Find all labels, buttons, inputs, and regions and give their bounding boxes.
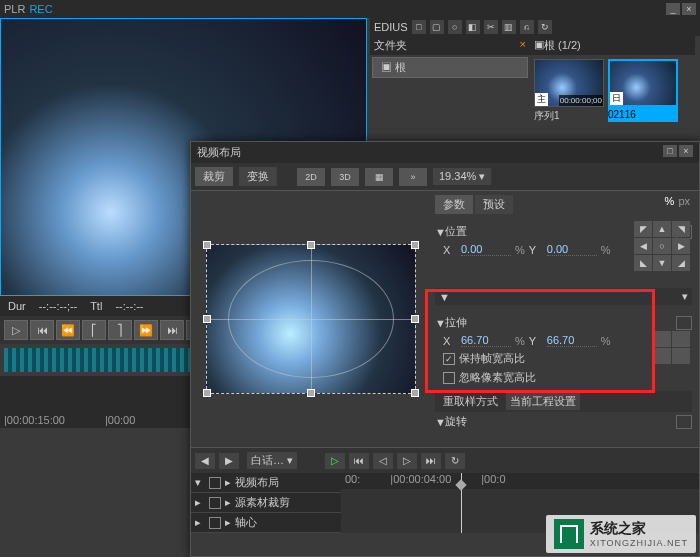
- fit-button[interactable]: [672, 348, 690, 364]
- folder-tab[interactable]: 文件夹: [374, 38, 407, 53]
- track-enable-checkbox[interactable]: [209, 477, 221, 489]
- crop-handle[interactable]: [203, 389, 211, 397]
- tool-icon[interactable]: ↻: [538, 20, 552, 34]
- keep-aspect-checkbox[interactable]: [443, 353, 455, 365]
- rew-button[interactable]: ⏪: [56, 320, 80, 340]
- tool-icon[interactable]: ▥: [502, 20, 516, 34]
- nudge-e[interactable]: ▶: [672, 238, 690, 254]
- nudge-ne[interactable]: ◥: [672, 221, 690, 237]
- keyframe-toggle[interactable]: [676, 415, 692, 429]
- fit-button[interactable]: [653, 331, 671, 347]
- mode-3d-button[interactable]: 3D: [331, 168, 359, 186]
- chevron-right-icon[interactable]: »: [399, 168, 427, 186]
- tab-preset[interactable]: 预设: [475, 195, 513, 214]
- close-icon[interactable]: ×: [679, 145, 693, 157]
- next-button[interactable]: ⏭: [160, 320, 184, 340]
- nudge-n[interactable]: ▲: [653, 221, 671, 237]
- guide-toggle-icon[interactable]: ▦: [365, 168, 393, 186]
- tool-icon[interactable]: ◧: [466, 20, 480, 34]
- nudge-w[interactable]: ◀: [634, 238, 652, 254]
- bin-tab[interactable]: 根 (1/2): [544, 38, 581, 53]
- goto-end-button[interactable]: ⏭: [421, 453, 441, 469]
- cut-icon[interactable]: ✂: [484, 20, 498, 34]
- unit-pixel[interactable]: px: [678, 195, 690, 207]
- position-label: 位置: [445, 224, 467, 239]
- next-kf-button[interactable]: ▶: [219, 453, 239, 469]
- disclosure-icon[interactable]: ▾: [195, 476, 205, 489]
- zoom-dropdown[interactable]: 19.34% ▾: [433, 168, 491, 185]
- tool-icon[interactable]: ○: [448, 20, 462, 34]
- track-icon: ▸: [225, 476, 231, 489]
- mark-in-button[interactable]: ⎡: [82, 320, 106, 340]
- bin-root-folder[interactable]: ▣ 根: [372, 57, 528, 78]
- crop-handle[interactable]: [203, 241, 211, 249]
- bin-clip[interactable]: 主 00:00:00;00 序列1: [534, 59, 604, 125]
- speed-dropdown[interactable]: 白话… ▾: [247, 452, 297, 469]
- dur-label: Dur: [8, 300, 26, 312]
- position-y-input[interactable]: 0.00: [547, 243, 597, 256]
- nudge-center[interactable]: ○: [653, 238, 671, 254]
- fit-buttons: [653, 331, 690, 364]
- track-axis[interactable]: ▸ ▸ 轴心: [191, 513, 341, 533]
- nudge-se[interactable]: ◢: [672, 255, 690, 271]
- keyframe-timeline[interactable]: 00: |00:00:04:00 |00:0: [341, 473, 699, 533]
- crop-handle[interactable]: [307, 241, 315, 249]
- panel-close-icon[interactable]: ×: [520, 38, 526, 53]
- play-button[interactable]: ▷: [4, 320, 28, 340]
- step-back-button[interactable]: ◁: [373, 453, 393, 469]
- tab-params[interactable]: 参数: [435, 195, 473, 214]
- prev-kf-button[interactable]: ◀: [195, 453, 215, 469]
- crop-handle[interactable]: [307, 389, 315, 397]
- tool-icon[interactable]: ▢: [430, 20, 444, 34]
- rotate-section-header[interactable]: ▼ 旋转: [435, 412, 692, 431]
- loop-button[interactable]: ↻: [445, 453, 465, 469]
- tab-crop[interactable]: 裁剪: [195, 167, 233, 186]
- fit-button[interactable]: [672, 331, 690, 347]
- mode-2d-button[interactable]: 2D: [297, 168, 325, 186]
- nudge-nw[interactable]: ◤: [634, 221, 652, 237]
- close-icon[interactable]: ×: [682, 3, 696, 15]
- disclosure-icon[interactable]: ▼: [435, 226, 445, 238]
- anchor-section-header[interactable]: ▼ ▾: [435, 288, 692, 305]
- dialog-titlebar[interactable]: 视频布局 □ ×: [191, 142, 699, 163]
- crop-handle[interactable]: [411, 315, 419, 323]
- track-video-layout[interactable]: ▾ ▸ 视频布局: [191, 473, 341, 493]
- crop-handle[interactable]: [411, 389, 419, 397]
- mark-out-button[interactable]: ⎤: [108, 320, 132, 340]
- prev-button[interactable]: ⏮: [30, 320, 54, 340]
- disclosure-icon[interactable]: ▸: [195, 496, 205, 509]
- position-x-input[interactable]: 0.00: [461, 243, 511, 256]
- plr-rec-indicator: REC: [29, 3, 52, 15]
- crop-canvas[interactable]: [206, 244, 416, 394]
- track-enable-checkbox[interactable]: [209, 497, 221, 509]
- disclosure-icon[interactable]: ▸: [195, 516, 205, 529]
- stretch-x-input[interactable]: 66.70: [461, 334, 511, 347]
- bin-clip[interactable]: 日 02116: [608, 59, 678, 125]
- crop-handle[interactable]: [203, 315, 211, 323]
- tool-icon[interactable]: ⎌: [520, 20, 534, 34]
- nudge-s[interactable]: ▼: [653, 255, 671, 271]
- track-enable-checkbox[interactable]: [209, 517, 221, 529]
- clip-label: 02116: [608, 107, 678, 122]
- maximize-icon[interactable]: □: [663, 145, 677, 157]
- nudge-sw[interactable]: ◣: [634, 255, 652, 271]
- tool-icon[interactable]: □: [412, 20, 426, 34]
- goto-start-button[interactable]: ⏮: [349, 453, 369, 469]
- keyframe-toggle[interactable]: [676, 316, 692, 330]
- unit-percent[interactable]: %: [665, 195, 675, 207]
- disclosure-icon[interactable]: ▼: [435, 317, 445, 329]
- resample-label: 重取样方式: [443, 394, 498, 409]
- minimize-icon[interactable]: _: [666, 3, 680, 15]
- stretch-y-input[interactable]: 66.70: [547, 334, 597, 347]
- fit-button[interactable]: [653, 348, 671, 364]
- ff-button[interactable]: ⏩: [134, 320, 158, 340]
- play-button[interactable]: ▷: [325, 453, 345, 469]
- crop-handle[interactable]: [411, 241, 419, 249]
- bin-panel-header: ▣ 根 (1/2): [530, 36, 695, 55]
- tab-transform[interactable]: 变换: [239, 167, 277, 186]
- step-fwd-button[interactable]: ▷: [397, 453, 417, 469]
- track-source-crop[interactable]: ▸ ▸ 源素材裁剪: [191, 493, 341, 513]
- resample-dropdown[interactable]: 当前工程设置: [506, 393, 580, 410]
- ignore-pixel-aspect-checkbox[interactable]: [443, 372, 455, 384]
- folder-panel-header: 文件夹 ×: [370, 36, 530, 55]
